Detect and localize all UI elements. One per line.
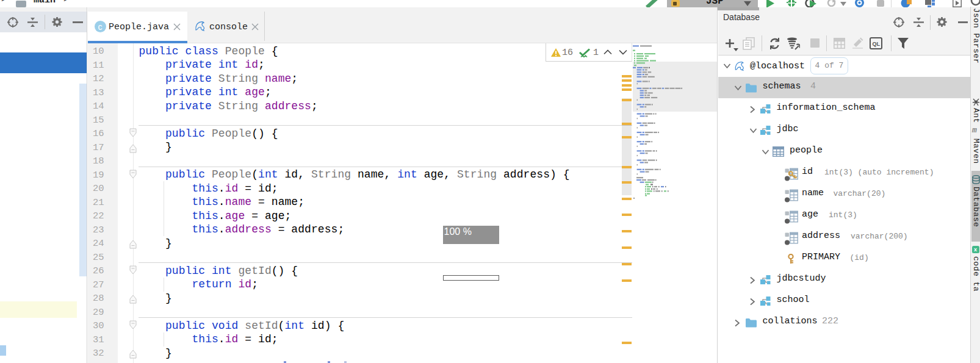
svg-text:QL: QL [873, 41, 881, 47]
